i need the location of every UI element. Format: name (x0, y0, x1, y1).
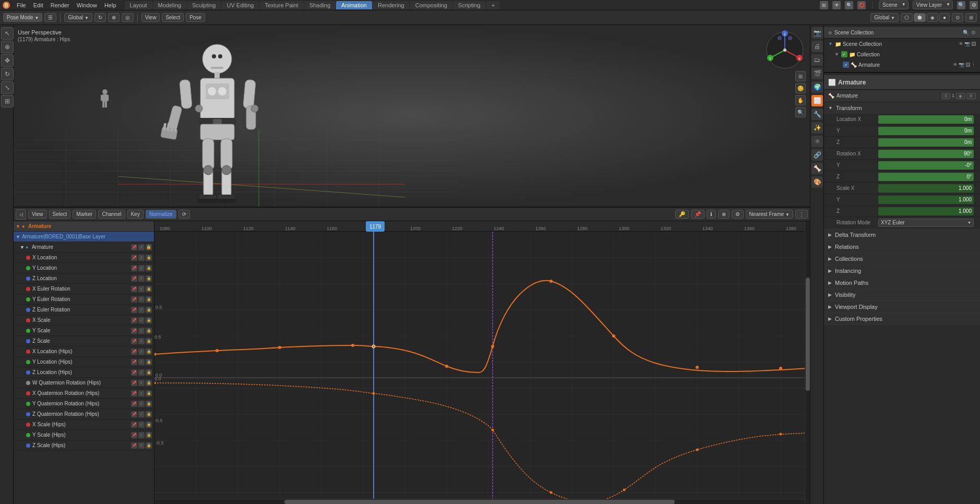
ch-pin-btn[interactable]: 📌 (131, 442, 137, 449)
rotate-tool-btn[interactable]: ↻ (1, 68, 14, 80)
vis-camera[interactable]: 📷 (964, 41, 970, 46)
move-tool-btn[interactable]: ✥ (1, 54, 14, 67)
props-icon-world[interactable]: 🌍 (811, 81, 823, 93)
ch-pin-btn[interactable]: 📌 (131, 432, 137, 438)
normalize-sync-btn[interactable]: ⟳ (178, 210, 190, 219)
arm-vis-2[interactable]: 📷 (959, 62, 964, 67)
outliner-scene-collection[interactable]: ▼ 📁 Scene Collection 👁 📷 🖼 (824, 39, 980, 49)
channel-item-10[interactable]: Y Location (Hips) 📌 ✓ 🔒 (14, 357, 154, 367)
ch-vis-btn[interactable]: ✓ (138, 307, 145, 313)
ch-vis-btn[interactable]: ✓ (138, 286, 145, 292)
ch-pin-btn[interactable]: 📌 (131, 307, 137, 313)
workspace-tab-animation[interactable]: Animation (336, 1, 372, 9)
ch-vis-btn[interactable]: ✓ (138, 275, 145, 282)
ch-vis-btn[interactable]: ✓ (138, 296, 145, 303)
pivot-btn[interactable]: ↻ (94, 13, 106, 22)
ch-lock-btn[interactable]: 🔒 (146, 349, 152, 355)
vis-render[interactable]: 🖼 (971, 41, 976, 46)
workspace-tab-add[interactable]: + (486, 1, 500, 9)
props-icon-particles[interactable]: ✨ (811, 122, 823, 134)
arm-checkbox[interactable]: ✓ (843, 62, 849, 68)
normalize-toggle[interactable]: Normalize (146, 210, 176, 219)
delta-transform-header[interactable]: ▶ Delta Transform (824, 229, 980, 241)
obj-single-user[interactable]: ◈ (956, 93, 965, 99)
ch-lock-btn[interactable]: 🔒 (146, 265, 152, 271)
ch-vis-btn[interactable]: ✓ (138, 422, 145, 428)
channel-armature-header[interactable]: ▼ ● Armature (14, 221, 154, 232)
graph-extra-btn[interactable]: ⋮ (795, 210, 808, 219)
ch-pin-btn[interactable]: 📌 (131, 349, 137, 355)
props-icon-scene[interactable]: 🎬 (811, 68, 823, 79)
ch-lock-btn[interactable]: 🔒 (146, 422, 152, 428)
pose-menu-btn[interactable]: Pose (186, 13, 205, 22)
arm-vis-4[interactable]: ⋮ (971, 62, 976, 67)
channel-item-17[interactable]: Y Scale (Hips) 📌 ✓ 🔒 (14, 430, 154, 440)
search-icon-btn[interactable]: 🔍 (957, 1, 965, 9)
workspace-tab-shading[interactable]: Shading (304, 1, 336, 9)
transform-tool-btn[interactable]: ⊞ (1, 95, 14, 107)
xray-btn[interactable]: ⊘ (965, 13, 977, 22)
ch-lock-btn[interactable]: 🔒 (146, 380, 152, 386)
ch-vis-btn[interactable]: ✓ (138, 349, 145, 355)
snap-btn[interactable]: ⊕ (108, 13, 119, 22)
props-icon-object[interactable]: ⬜ (811, 95, 823, 106)
outliner-collection[interactable]: ▼ ✓ 📁 Collection (824, 49, 980, 59)
ch-lock-btn[interactable]: 🔒 (146, 286, 152, 292)
workspace-tab-modeling[interactable]: Modeling (153, 1, 187, 9)
ch-vis-btn[interactable]: ✓ (138, 359, 145, 365)
transform-header[interactable]: ▼ Transform (824, 102, 980, 114)
view-menu-btn[interactable]: View (141, 13, 160, 22)
viewport-3d[interactable]: User Perspective (1179) Armature : Hips … (14, 25, 810, 208)
workspace-tab-uv-editing[interactable]: UV Editing (221, 1, 259, 9)
outliner-armature[interactable]: ✓ 🦴 Armature 👁 📷 🖼 ⋮ (824, 59, 980, 70)
ch-lock-btn[interactable]: 🔒 (146, 255, 152, 261)
coll-checkbox[interactable]: ✓ (841, 51, 847, 57)
ch-lock-btn[interactable]: 🔒 (146, 401, 152, 407)
workspace-tab-rendering[interactable]: Rendering (373, 1, 410, 9)
menu-window[interactable]: Window (74, 1, 100, 9)
ch-lock-btn[interactable]: 🔒 (146, 317, 152, 323)
ch-lock-btn[interactable]: 🔒 (146, 369, 152, 376)
graph-key-menu[interactable]: Key (127, 210, 144, 219)
ch-pin-btn[interactable]: 📌 (131, 265, 137, 271)
overlay-btn[interactable]: ⊙ (952, 13, 963, 22)
workspace-tab-texture-paint[interactable]: Texture Paint (259, 1, 303, 9)
graph-filter-btn[interactable]: ⚙ (732, 210, 744, 219)
channel-item-7[interactable]: Y Scale 📌 ✓ 🔒 (14, 326, 154, 336)
ch-lock-btn[interactable]: 🔒 (146, 338, 152, 344)
ch-pin-btn[interactable]: 📌 (131, 401, 137, 407)
channel-item-8[interactable]: Z Scale 📌 ✓ 🔒 (14, 336, 154, 346)
graph-scrollbar-vertical[interactable] (805, 221, 810, 504)
ch-lock-btn[interactable]: 🔒 (146, 275, 152, 282)
ch-vis-btn[interactable]: ✓ (138, 338, 145, 344)
viewport-display-header[interactable]: ▶ Viewport Display (824, 301, 980, 313)
material-btn[interactable]: ◈ (927, 13, 938, 22)
props-icon-physics[interactable]: ⚛ (811, 136, 823, 147)
menu-help[interactable]: Help (101, 1, 119, 9)
ch-pin-btn[interactable]: 📌 (131, 286, 137, 292)
rot-z-value[interactable]: 0° (878, 173, 974, 181)
channel-item-9[interactable]: X Location (Hips) 📌 ✓ 🔒 (14, 346, 154, 357)
ch-lock-btn[interactable]: 🔒 (146, 442, 152, 449)
graph-channel-menu[interactable]: Channel (98, 210, 125, 219)
channel-item-15[interactable]: Z Quaternion Rotation (Hips) 📌 ✓ 🔒 (14, 409, 154, 419)
scene-icon-2[interactable]: 👁 (832, 1, 841, 9)
ch-lock-btn[interactable]: 🔒 (146, 432, 152, 438)
vscroll-thumb[interactable] (806, 278, 810, 391)
viewport-icon-grid[interactable]: ⊞ (795, 71, 806, 81)
ch-pin-btn[interactable]: 📌 (131, 411, 137, 417)
ch-pin-btn[interactable]: 📌 (131, 328, 137, 334)
scale-tool-btn[interactable]: ⤡ (1, 81, 14, 94)
graph-view-menu[interactable]: View (28, 210, 47, 219)
obj-fake-user[interactable]: F (942, 93, 950, 99)
ch-vis-btn[interactable]: ✓ (138, 380, 145, 386)
ch-pin-btn[interactable]: 📌 (131, 359, 137, 365)
ch-pin-btn[interactable]: 📌 (131, 255, 137, 261)
channel-item-12[interactable]: W Quaternion Rotation (Hips) 📌 ✓ 🔒 (14, 378, 154, 388)
ch-lock[interactable]: 🔒 (146, 244, 152, 250)
outliner-filter[interactable]: ⚙ (971, 30, 976, 35)
scene-selector[interactable]: Scene ▼ (879, 1, 908, 9)
scrollbar-thumb[interactable] (284, 500, 675, 504)
motion-paths-header[interactable]: ▶ Motion Paths (824, 277, 980, 289)
vis-eye[interactable]: 👁 (959, 41, 963, 46)
